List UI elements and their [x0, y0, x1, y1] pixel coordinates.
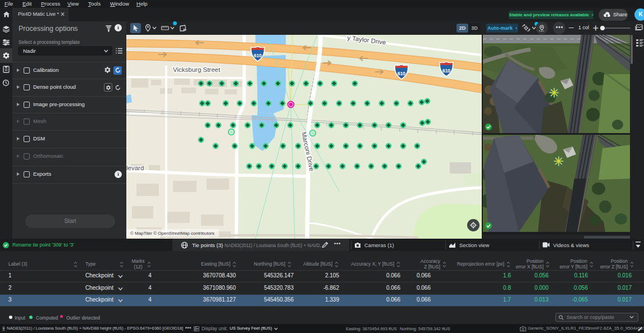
svg-text:610: 610: [254, 53, 262, 58]
svg-text:© MapTiler © OpenStreetMap co: © MapTiler © OpenStreetMap contributors: [130, 231, 214, 236]
svg-text:levard: levard: [126, 165, 144, 171]
svg-text:y Taylor Drive: y Taylor Drive: [347, 35, 386, 45]
svg-text:610: 610: [442, 68, 450, 74]
svg-text:610: 610: [398, 71, 405, 76]
svg-text:Marconi Drive: Marconi Drive: [300, 131, 315, 172]
svg-text:Vicksburg Street: Vicksburg Street: [173, 66, 221, 73]
